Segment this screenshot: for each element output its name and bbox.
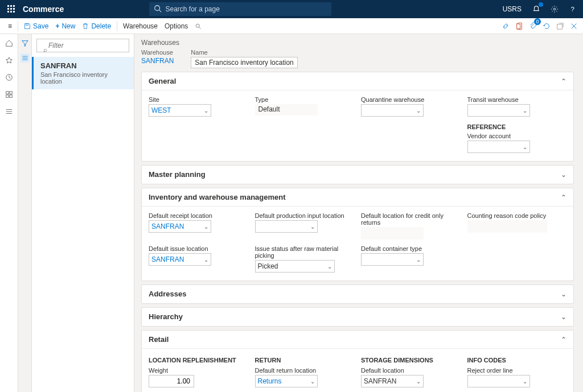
search-action-icon[interactable] bbox=[191, 18, 205, 34]
def-issue-label: Default issue location bbox=[149, 245, 248, 252]
global-search[interactable] bbox=[149, 2, 331, 16]
card-header-general[interactable]: General ⌃ bbox=[142, 72, 573, 90]
list-pane: ⌕ SANFRAN San Francisco inventory locati… bbox=[32, 34, 134, 392]
reference-heading: REFERENCE bbox=[467, 123, 567, 130]
page-title: Warehouses bbox=[141, 39, 574, 47]
card-hierarchy: Hierarchy ⌄ bbox=[141, 307, 574, 327]
close-icon[interactable] bbox=[569, 22, 578, 31]
info-codes-heading: INFO CODES bbox=[467, 357, 567, 364]
tab-options[interactable]: Options bbox=[161, 18, 191, 34]
modules-icon[interactable] bbox=[5, 107, 14, 116]
weight-input[interactable] bbox=[149, 375, 194, 387]
svg-rect-19 bbox=[9, 92, 11, 94]
vendor-label: Vendor account bbox=[467, 133, 567, 139]
weight-label: Weight bbox=[149, 367, 248, 374]
issue-status-dropdown[interactable]: Picked⌄ bbox=[255, 260, 335, 273]
quarantine-dropdown[interactable]: ⌄ bbox=[361, 104, 424, 117]
svg-line-10 bbox=[159, 10, 162, 13]
new-button[interactable]: + New bbox=[52, 18, 79, 34]
warehouse-header-value[interactable]: SANFRAN bbox=[141, 57, 174, 65]
svg-rect-7 bbox=[10, 11, 12, 13]
card-header-hierarchy[interactable]: Hierarchy ⌄ bbox=[142, 308, 573, 326]
name-header-label: Name bbox=[191, 49, 297, 56]
attachments-icon[interactable]: 0 bbox=[528, 22, 537, 31]
return-heading: RETURN bbox=[255, 357, 355, 364]
warehouse-header-label: Warehouse bbox=[141, 49, 174, 56]
def-loc-dropdown[interactable]: SANFRAN⌄ bbox=[361, 375, 424, 387]
svg-rect-5 bbox=[13, 8, 15, 10]
svg-point-14 bbox=[196, 24, 200, 27]
link-icon[interactable] bbox=[501, 22, 510, 31]
navigation-rail bbox=[0, 34, 18, 392]
vendor-dropdown[interactable]: ⌄ bbox=[467, 141, 530, 153]
name-header-value[interactable]: San Francisco inventory location bbox=[191, 57, 297, 68]
def-container-dropdown[interactable]: ⌄ bbox=[361, 253, 424, 266]
card-master-planning: Master planning ⌄ bbox=[141, 165, 574, 184]
type-value: Default bbox=[255, 104, 318, 115]
site-label: Site bbox=[149, 96, 248, 103]
funnel-icon[interactable] bbox=[20, 39, 30, 48]
card-title: Hierarchy bbox=[149, 312, 183, 321]
workspaces-icon[interactable] bbox=[5, 90, 14, 99]
help-icon[interactable]: ? bbox=[567, 3, 578, 15]
record-header: Warehouse SANFRAN Name San Francisco inv… bbox=[141, 49, 574, 68]
def-prod-dropdown[interactable]: ⌄ bbox=[255, 220, 318, 233]
favorites-icon[interactable] bbox=[5, 56, 14, 65]
hamburger-button[interactable]: ≡ bbox=[5, 18, 15, 34]
svg-rect-13 bbox=[26, 23, 28, 25]
svg-text:?: ? bbox=[571, 6, 574, 13]
card-general: General ⌃ Site WEST⌄ Type Default Quaran… bbox=[141, 72, 574, 162]
svg-rect-8 bbox=[13, 11, 15, 13]
site-dropdown[interactable]: WEST⌄ bbox=[149, 104, 211, 117]
filter-input[interactable] bbox=[36, 39, 129, 52]
svg-rect-0 bbox=[7, 5, 9, 7]
card-header-retail[interactable]: Retail ⌃ bbox=[142, 331, 573, 349]
username-label: USRS bbox=[503, 5, 522, 13]
list-item-title: SANFRAN bbox=[40, 61, 127, 70]
home-icon[interactable] bbox=[5, 39, 14, 48]
transit-label: Transit warehouse bbox=[467, 96, 567, 103]
card-retail: Retail ⌃ LOCATION REPLENISHMENT Weight S… bbox=[141, 330, 574, 392]
popout-icon[interactable] bbox=[556, 22, 565, 31]
reject-dropdown[interactable]: ⌄ bbox=[467, 375, 530, 387]
save-button[interactable]: Save bbox=[20, 18, 52, 34]
card-header-master[interactable]: Master planning ⌄ bbox=[142, 166, 573, 184]
delete-button[interactable]: Delete bbox=[79, 18, 114, 34]
svg-rect-16 bbox=[557, 24, 563, 29]
svg-line-15 bbox=[199, 27, 201, 28]
def-prod-label: Default production input location bbox=[255, 212, 355, 219]
delete-label: Delete bbox=[91, 22, 111, 30]
settings-icon[interactable] bbox=[549, 3, 560, 15]
chevron-down-icon: ⌄ bbox=[561, 290, 566, 298]
card-header-addresses[interactable]: Addresses ⌄ bbox=[142, 285, 573, 303]
office-icon[interactable] bbox=[515, 22, 524, 31]
filter-rail bbox=[18, 34, 32, 392]
card-header-inventory[interactable]: Inventory and warehouse management ⌃ bbox=[142, 188, 573, 207]
refresh-icon[interactable] bbox=[542, 22, 551, 31]
body: ⌕ SANFRAN San Francisco inventory locati… bbox=[0, 34, 583, 392]
search-icon bbox=[154, 5, 162, 13]
reject-label: Reject order line bbox=[467, 367, 567, 374]
chevron-up-icon: ⌃ bbox=[561, 193, 566, 201]
search-input[interactable] bbox=[149, 2, 331, 16]
def-return-dropdown[interactable]: Returns⌄ bbox=[255, 375, 318, 387]
list-view-icon[interactable] bbox=[20, 53, 30, 63]
tab-warehouse[interactable]: Warehouse bbox=[120, 18, 161, 34]
recent-icon[interactable] bbox=[5, 73, 14, 82]
type-label: Type bbox=[255, 96, 355, 103]
notification-icon[interactable] bbox=[531, 3, 542, 15]
attachments-badge: 0 bbox=[534, 18, 541, 25]
def-credit-label: Default location for credit only returns bbox=[361, 212, 461, 226]
filter-search-icon: ⌕ bbox=[43, 46, 47, 53]
app-launcher-icon[interactable] bbox=[5, 2, 18, 16]
chevron-up-icon: ⌃ bbox=[561, 336, 566, 344]
counting-label: Counting reason code policy bbox=[467, 212, 567, 219]
def-receipt-label: Default receipt location bbox=[149, 212, 248, 219]
card-title: Master planning bbox=[149, 170, 206, 179]
main-content: Warehouses Warehouse SANFRAN Name San Fr… bbox=[134, 34, 583, 392]
svg-rect-20 bbox=[6, 95, 8, 97]
def-receipt-dropdown[interactable]: SANFRAN⌄ bbox=[149, 220, 211, 233]
transit-dropdown[interactable]: ⌄ bbox=[467, 104, 530, 117]
list-item[interactable]: SANFRAN San Francisco inventory location bbox=[32, 57, 134, 89]
def-issue-dropdown[interactable]: SANFRAN⌄ bbox=[149, 253, 211, 266]
